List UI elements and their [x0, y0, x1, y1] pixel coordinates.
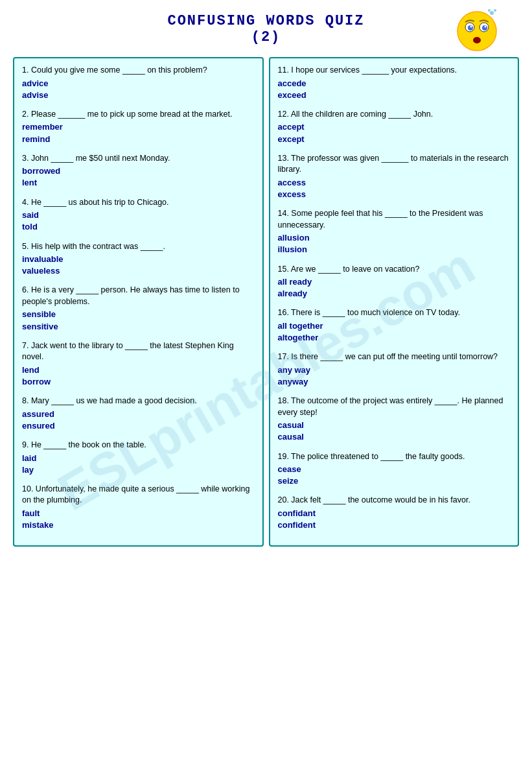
- answer-option: cease: [278, 464, 511, 475]
- answer-option: casual: [278, 420, 511, 431]
- answer-option: advice: [22, 78, 255, 89]
- emoji-icon: [454, 6, 500, 52]
- question-text: 17. Is there _____ we can put off the me…: [278, 351, 511, 363]
- question-text: 4. He _____ us about his trip to Chicago…: [22, 197, 255, 209]
- question-block: 15. Are we _____ to leave on vacation?al…: [278, 264, 511, 300]
- left-column: 1. Could you give me some _____ on this …: [13, 57, 264, 547]
- question-block: 11. I hope our services ______ your expe…: [278, 65, 511, 101]
- question-text: 15. Are we _____ to leave on vacation?: [278, 264, 511, 276]
- answer-option: remind: [22, 134, 255, 145]
- question-block: 1. Could you give me some _____ on this …: [22, 65, 255, 101]
- question-text: 3. John _____ me $50 until next Monday.: [22, 153, 255, 165]
- answer-option: all ready: [278, 276, 511, 288]
- question-block: 3. John _____ me $50 until next Monday.b…: [22, 153, 255, 189]
- question-text: 14. Some people feel that his _____ to t…: [278, 208, 511, 231]
- answer-option: sensitive: [22, 321, 255, 333]
- question-block: 20. Jack felt _____ the outcome would be…: [278, 495, 511, 531]
- svg-point-6: [485, 26, 487, 28]
- question-text: 7. Jack went to the library to _____ the…: [22, 340, 255, 363]
- svg-point-0: [457, 12, 496, 51]
- answer-option: already: [278, 288, 511, 300]
- question-text: 13. The professor was given ______ to ma…: [278, 153, 511, 176]
- question-text: 12. All the children are coming _____ Jo…: [278, 109, 511, 121]
- svg-point-7: [473, 37, 481, 43]
- question-text: 16. There is _____ too much violence on …: [278, 307, 511, 319]
- answer-option: mistake: [22, 519, 255, 531]
- answer-option: remember: [22, 121, 255, 133]
- answer-option: illusion: [278, 244, 511, 255]
- right-column: 11. I hope our services ______ your expe…: [269, 57, 520, 547]
- question-block: 17. Is there _____ we can put off the me…: [278, 351, 511, 388]
- answer-option: accept: [278, 121, 511, 133]
- answer-option: confidant: [278, 508, 511, 519]
- question-text: 11. I hope our services ______ your expe…: [278, 65, 511, 77]
- answer-option: exceed: [278, 89, 511, 101]
- answer-option: lent: [22, 177, 255, 189]
- page-header: CONFUSING WORDS QUIZ (2): [13, 13, 519, 45]
- question-block: 18. The outcome of the project was entir…: [278, 396, 511, 443]
- question-block: 12. All the children are coming _____ Jo…: [278, 109, 511, 145]
- question-block: 8. Mary _____ us we had made a good deci…: [22, 396, 255, 432]
- question-block: 7. Jack went to the library to _____ the…: [22, 340, 255, 388]
- question-text: 8. Mary _____ us we had made a good deci…: [22, 396, 255, 407]
- answer-option: lend: [22, 364, 255, 376]
- answer-option: any way: [278, 364, 511, 376]
- quiz-columns: 1. Could you give me some _____ on this …: [13, 57, 519, 547]
- svg-point-9: [494, 9, 496, 12]
- question-text: 9. He _____ the book on the table.: [22, 440, 255, 451]
- svg-point-5: [470, 26, 472, 28]
- question-text: 6. He is a very _____ person. He always …: [22, 285, 255, 307]
- answer-option: excess: [278, 189, 511, 200]
- answer-option: sensible: [22, 309, 255, 320]
- question-text: 20. Jack felt _____ the outcome would be…: [278, 495, 511, 506]
- answer-option: access: [278, 177, 511, 189]
- answer-option: anyway: [278, 376, 511, 388]
- answer-option: except: [278, 134, 511, 145]
- answer-option: seize: [278, 475, 511, 487]
- answer-option: altogether: [278, 332, 511, 344]
- question-block: 2. Please ______ me to pick up some brea…: [22, 109, 255, 145]
- question-block: 14. Some people feel that his _____ to t…: [278, 208, 511, 255]
- answer-option: laid: [22, 453, 255, 464]
- answer-option: advise: [22, 89, 255, 101]
- answer-option: valueless: [22, 265, 255, 277]
- answer-option: assured: [22, 409, 255, 420]
- answer-option: fault: [22, 508, 255, 519]
- question-block: 9. He _____ the book on the table.laidla…: [22, 440, 255, 476]
- answer-option: borrowed: [22, 165, 255, 177]
- answer-option: allusion: [278, 232, 511, 244]
- answer-option: said: [22, 209, 255, 221]
- question-block: 4. He _____ us about his trip to Chicago…: [22, 197, 255, 233]
- question-text: 19. The police threatened to _____ the f…: [278, 451, 511, 463]
- page-title: CONFUSING WORDS QUIZ: [13, 13, 519, 29]
- question-block: 10. Unfortunately, he made quite a serio…: [22, 484, 255, 531]
- svg-point-8: [490, 11, 494, 15]
- question-text: 18. The outcome of the project was entir…: [278, 396, 511, 418]
- question-block: 5. His help with the contract was _____.…: [22, 241, 255, 278]
- question-block: 13. The professor was given ______ to ma…: [278, 153, 511, 200]
- answer-option: invaluable: [22, 254, 255, 265]
- question-text: 2. Please ______ me to pick up some brea…: [22, 109, 255, 121]
- answer-option: borrow: [22, 376, 255, 388]
- question-text: 5. His help with the contract was _____.: [22, 241, 255, 253]
- question-text: 10. Unfortunately, he made quite a serio…: [22, 484, 255, 506]
- question-text: 1. Could you give me some _____ on this …: [22, 65, 255, 77]
- question-block: 6. He is a very _____ person. He always …: [22, 285, 255, 332]
- page-subtitle: (2): [13, 29, 519, 45]
- answer-option: ensured: [22, 420, 255, 432]
- answer-option: all together: [278, 320, 511, 332]
- answer-option: accede: [278, 78, 511, 89]
- answer-option: confident: [278, 519, 511, 531]
- answer-option: causal: [278, 431, 511, 443]
- question-block: 16. There is _____ too much violence on …: [278, 307, 511, 344]
- answer-option: told: [22, 221, 255, 233]
- svg-point-10: [488, 9, 491, 12]
- answer-option: lay: [22, 464, 255, 476]
- question-block: 19. The police threatened to _____ the f…: [278, 451, 511, 488]
